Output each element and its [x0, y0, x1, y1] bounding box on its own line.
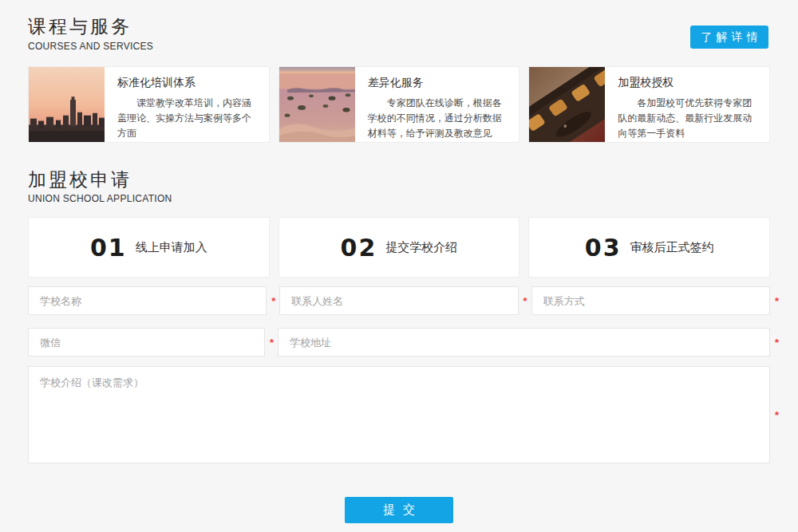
contact-phone-input[interactable] — [531, 286, 770, 315]
service-card-title: 加盟校授权 — [618, 76, 758, 90]
required-marker: * — [270, 337, 274, 349]
service-card-text: 差异化服务 专家团队在线诊断，根据各学校的不同情况，通过分析数据材料等，给予评测… — [355, 67, 519, 142]
form-row-1: * * * — [28, 286, 770, 315]
step-number: 01 — [90, 234, 127, 262]
service-card-text: 加盟校授权 各加盟校可优先获得专家团队的最新动态、最新行业发展动向等第一手资料 — [605, 67, 769, 142]
courses-section-subtitle: COURSES AND SERVICES — [28, 41, 770, 52]
service-card-text: 标准化培训体系 课堂教学改革培训，内容涵盖理论、实操方法与案例等多个方面 — [105, 67, 269, 142]
required-marker: * — [775, 295, 779, 307]
form-row-3: * — [28, 366, 770, 467]
step-label: 提交学校介绍 — [385, 240, 457, 255]
courses-section-header: 课程与服务 COURSES AND SERVICES 了解详情 — [28, 16, 770, 52]
step-card-2: 02 提交学校介绍 — [279, 217, 520, 278]
contact-phone-field-wrap: * — [531, 286, 770, 315]
step-card-1: 01 线上申请加入 — [28, 217, 270, 278]
wechat-field-wrap: * — [28, 328, 265, 357]
wechat-input[interactable] — [28, 328, 265, 357]
service-card-differentiated-service: 差异化服务 专家团队在线诊断，根据各学校的不同情况，通过分析数据材料等，给予评测… — [279, 66, 520, 143]
school-name-input[interactable] — [28, 286, 267, 315]
city-sunset-image — [29, 67, 105, 142]
application-section-subtitle: UNION SCHOOL APPLICATION — [28, 193, 770, 204]
application-section-title: 加盟校申请 — [28, 169, 770, 191]
page: 课程与服务 COURSES AND SERVICES 了解详情 — [0, 0, 798, 532]
submit-button[interactable]: 提交 — [345, 497, 453, 523]
service-cards: 标准化培训体系 课堂教学改革培训，内容涵盖理论、实操方法与案例等多个方面 — [28, 66, 770, 143]
contact-name-field-wrap: * — [279, 286, 518, 315]
service-card-standard-training: 标准化培训体系 课堂教学改革培训，内容涵盖理论、实操方法与案例等多个方面 — [28, 66, 270, 143]
school-name-field-wrap: * — [28, 286, 267, 315]
service-card-body: 各加盟校可优先获得专家团队的最新动态、最新行业发展动向等第一手资料 — [618, 96, 758, 141]
form-row-2: * * — [28, 328, 770, 357]
application-form: * * * * * — [28, 286, 770, 523]
required-marker: * — [271, 295, 275, 307]
required-marker: * — [523, 295, 527, 307]
film-strip-image — [529, 67, 605, 142]
step-card-3: 03 审核后正式签约 — [528, 217, 770, 278]
service-card-title: 标准化培训体系 — [117, 76, 258, 90]
school-intro-field-wrap: * — [28, 366, 770, 467]
application-section-header: 加盟校申请 UNION SCHOOL APPLICATION — [28, 169, 770, 205]
required-marker: * — [775, 409, 779, 421]
learn-more-button[interactable]: 了解详情 — [690, 26, 768, 49]
service-card-body: 课堂教学改革培训，内容涵盖理论、实操方法与案例等多个方面 — [117, 96, 258, 141]
contact-name-input[interactable] — [279, 286, 518, 315]
school-address-field-wrap: * — [278, 328, 770, 357]
step-number: 03 — [585, 234, 622, 262]
required-marker: * — [775, 337, 779, 349]
application-steps: 01 线上申请加入 02 提交学校介绍 03 审核后正式签约 — [28, 217, 770, 278]
step-label: 审核后正式签约 — [630, 240, 714, 255]
submit-row: 提交 — [28, 497, 770, 523]
desert-dusk-image — [279, 67, 355, 142]
courses-section: 课程与服务 COURSES AND SERVICES 了解详情 — [28, 16, 770, 143]
service-card-body: 专家团队在线诊断，根据各学校的不同情况，通过分析数据材料等，给予评测及教改意见 — [368, 96, 508, 141]
step-label: 线上申请加入 — [136, 240, 207, 255]
application-section: 加盟校申请 UNION SCHOOL APPLICATION 01 线上申请加入… — [28, 169, 770, 524]
step-number: 02 — [341, 234, 377, 262]
courses-section-title: 课程与服务 — [28, 16, 770, 38]
school-address-input[interactable] — [278, 328, 770, 357]
school-intro-textarea[interactable] — [28, 366, 770, 463]
service-card-union-authorization: 加盟校授权 各加盟校可优先获得专家团队的最新动态、最新行业发展动向等第一手资料 — [528, 66, 770, 143]
service-card-title: 差异化服务 — [368, 76, 508, 90]
